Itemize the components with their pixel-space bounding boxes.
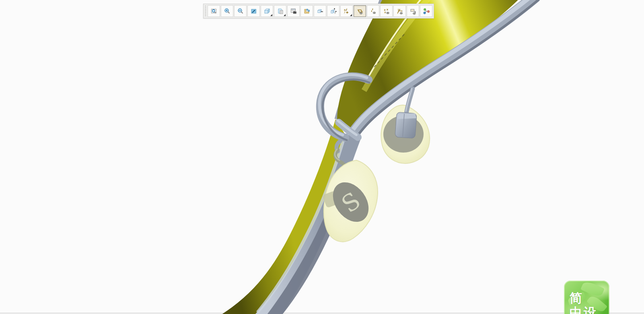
view-normal-cube-icon <box>317 8 324 15</box>
datum-filters-icon: x <box>343 8 350 15</box>
watermark-line-1: 简 <box>570 291 598 306</box>
annotation-display-button[interactable] <box>407 5 419 17</box>
refit-icon <box>210 8 218 15</box>
csys-display-button[interactable]: y x z <box>393 5 406 17</box>
datum-display-filters-button[interactable]: x <box>340 5 353 17</box>
display-style-button[interactable] <box>261 5 273 17</box>
svg-text:z: z <box>397 12 398 14</box>
zoom-in-icon <box>224 8 231 15</box>
zoom-out-icon <box>237 8 244 15</box>
display-style-cube-icon <box>263 8 271 15</box>
view-manager-camera-icon <box>290 8 297 15</box>
fit-selected-cube-icon <box>330 8 337 15</box>
dropdown-arrow-icon <box>284 14 286 16</box>
point-display-button[interactable]: x x x <box>380 5 393 17</box>
view-normal-button[interactable] <box>314 5 326 17</box>
annotation-display-icon <box>409 8 417 15</box>
zoom-in-button[interactable] <box>221 5 233 17</box>
csys-display-icon: y x z <box>396 8 403 15</box>
svg-text:x: x <box>401 9 403 12</box>
svg-text:x: x <box>344 8 346 12</box>
dropdown-arrow-icon <box>350 14 352 16</box>
view-manager-button[interactable] <box>287 5 300 17</box>
plane-display-icon <box>356 8 364 15</box>
zoom-out-button[interactable] <box>234 5 247 17</box>
model-viewport[interactable]: S <box>0 0 644 314</box>
dropdown-arrow-icon <box>270 14 272 16</box>
spin-center-button[interactable] <box>420 5 432 17</box>
watermark-text: 简 中设 <box>570 291 598 314</box>
repaint-icon <box>250 8 257 15</box>
watermark-logo: 简 中设 <box>564 281 609 314</box>
svg-text:x: x <box>384 10 386 14</box>
axis-display-icon <box>370 8 377 15</box>
page-display-icon <box>277 8 284 15</box>
spin-center-icon <box>423 8 430 15</box>
graphics-toolbar: x x x x y <box>203 4 434 19</box>
toolbar-drag-handle[interactable] <box>204 6 207 17</box>
watermark-line-2: 中设 <box>570 306 598 314</box>
saved-orientations-icon <box>303 8 311 15</box>
fit-selected-button[interactable] <box>327 5 339 17</box>
refit-button[interactable] <box>208 5 220 17</box>
view-options-button[interactable] <box>274 5 286 17</box>
saved-orientations-button[interactable] <box>300 5 313 17</box>
plane-display-button[interactable] <box>354 5 366 17</box>
axis-display-button[interactable] <box>367 5 379 17</box>
pad-connector-block <box>395 112 417 138</box>
svg-text:x: x <box>387 8 389 11</box>
repaint-button[interactable] <box>247 5 260 17</box>
point-display-icon: x x x <box>383 8 390 15</box>
